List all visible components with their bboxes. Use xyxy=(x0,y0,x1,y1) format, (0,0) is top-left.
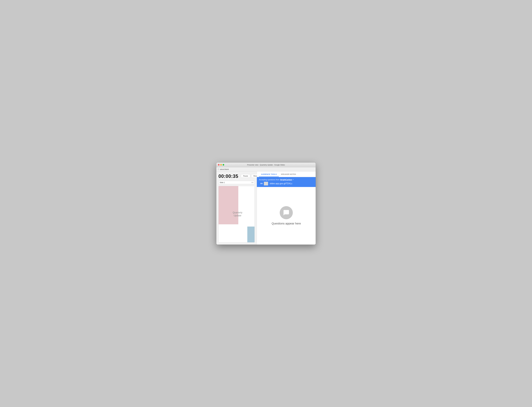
url-display: about:blank xyxy=(220,168,229,170)
url-row: ON slides.app.goo.gl/TDXLc xyxy=(259,182,314,185)
timer-display: 00:00:35 xyxy=(218,173,238,179)
slide-canvas: QuarterlyUpdate xyxy=(219,186,254,242)
traffic-lights xyxy=(218,164,224,165)
questions-empty-state: Questions appear here xyxy=(257,187,316,245)
window-title: Presenter view - Quarterly Update - Goog… xyxy=(247,164,285,166)
slide-title: QuarterlyUpdate xyxy=(233,211,242,217)
audience-name-link[interactable]: BrightCarbon xyxy=(280,179,292,181)
tab-speaker-notes[interactable]: SPEAKER NOTES xyxy=(279,172,298,177)
main-content: 00:00:35 Pause Reset Slide 1 ⬆⬇ Quarterl… xyxy=(216,172,316,245)
slide-selector[interactable]: Slide 1 ⬆⬇ xyxy=(218,181,255,184)
right-panel: AUDIENCE TOOLS SPEAKER NOTES Accepting q… xyxy=(257,172,316,245)
toggle-off-area xyxy=(264,182,268,185)
dropdown-arrow-icon[interactable]: ▾ xyxy=(293,179,294,180)
accepting-questions-label: Accepting questions from xyxy=(259,179,279,181)
left-panel: 00:00:35 Pause Reset Slide 1 ⬆⬇ Quarterl… xyxy=(216,172,257,245)
toggle-on-label: ON xyxy=(259,182,264,185)
qa-banner: Accepting questions from BrightCarbon ▾ … xyxy=(257,177,316,187)
question-chat-icon xyxy=(283,210,290,216)
maximize-button[interactable] xyxy=(223,164,224,165)
tabs-bar: AUDIENCE TOOLS SPEAKER NOTES xyxy=(257,172,316,177)
pause-button[interactable]: Pause xyxy=(241,174,250,178)
browser-window: Presenter view - Quarterly Update - Goog… xyxy=(216,163,316,245)
slide-selector-value: Slide 1 xyxy=(220,181,225,183)
slide-preview: QuarterlyUpdate xyxy=(218,186,255,243)
info-icon: ⓘ xyxy=(218,168,219,170)
questions-empty-text: Questions appear here xyxy=(272,222,301,225)
slide-decoration-blue xyxy=(247,227,254,242)
slide-decoration-pink xyxy=(219,186,238,224)
address-bar: ⓘ about:blank xyxy=(216,167,316,172)
accepting-questions-row: Accepting questions from BrightCarbon ▾ xyxy=(259,179,314,181)
close-button[interactable] xyxy=(218,164,220,165)
title-bar: Presenter view - Quarterly Update - Goog… xyxy=(216,163,316,167)
minimize-button[interactable] xyxy=(220,164,222,165)
chevron-up-down-icon: ⬆⬇ xyxy=(251,182,254,183)
audience-tools-content: Accepting questions from BrightCarbon ▾ … xyxy=(257,177,316,245)
toggle-switch[interactable]: ON xyxy=(259,182,268,185)
questions-icon-circle xyxy=(280,206,293,219)
tab-audience-tools[interactable]: AUDIENCE TOOLS xyxy=(259,172,279,177)
audience-url: slides.app.goo.gl/TDXLc xyxy=(270,182,292,185)
